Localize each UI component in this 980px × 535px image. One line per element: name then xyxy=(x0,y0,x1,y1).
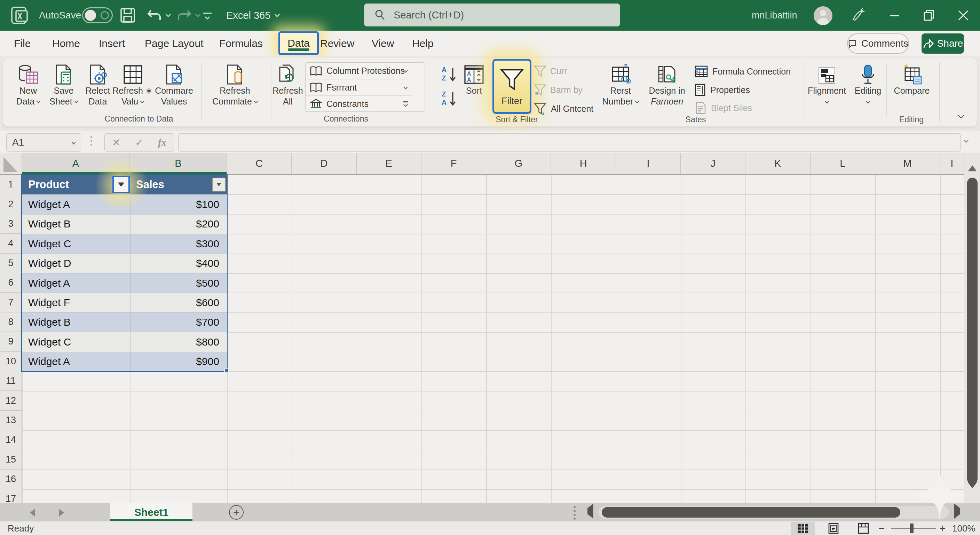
row-header-8[interactable]: 8 xyxy=(0,312,22,332)
customize-toolbar-icon[interactable] xyxy=(201,0,214,30)
autosave-toggle[interactable] xyxy=(82,7,113,23)
column-header-H[interactable]: H xyxy=(551,153,616,174)
refresh-all-button[interactable]: Refresh All xyxy=(272,61,304,107)
commare-values-button[interactable]: Commare Values xyxy=(152,61,196,107)
zoom-out-button[interactable]: − xyxy=(878,522,885,534)
filter-split-button[interactable] xyxy=(399,96,412,112)
product-cell[interactable]: Widget D xyxy=(22,254,130,273)
minimize-button[interactable] xyxy=(884,0,905,30)
design-in-farnoen-button[interactable]: Design in Farnoen xyxy=(643,61,690,107)
tab-review[interactable]: Review xyxy=(320,30,354,56)
product-filter-dropdown[interactable] xyxy=(112,176,130,193)
column-header-K[interactable]: K xyxy=(745,153,810,174)
avatar[interactable] xyxy=(814,6,832,25)
column-header-D[interactable]: D xyxy=(292,153,356,174)
share-button[interactable]: Share xyxy=(921,34,964,54)
save-icon[interactable] xyxy=(120,0,136,30)
sales-cell[interactable]: $500 xyxy=(130,273,227,292)
formula-input[interactable] xyxy=(178,133,961,152)
product-cell[interactable]: Widget B xyxy=(22,214,130,234)
undo-button[interactable] xyxy=(146,0,170,30)
rerst-number-button[interactable]: Rerst Number xyxy=(600,61,641,107)
version-menu[interactable]: Excel 365 xyxy=(226,0,279,30)
vertical-scroll-thumb[interactable] xyxy=(967,178,978,484)
product-cell[interactable]: Widget A xyxy=(22,273,130,292)
list-item-fsrrrant[interactable]: Fsrrrant xyxy=(305,79,412,96)
product-cell[interactable]: Widget C xyxy=(22,234,130,253)
save-sheet-button[interactable]: Save Sheet xyxy=(47,61,80,107)
dropdown-split-button[interactable] xyxy=(399,63,412,79)
zoom-slider-track[interactable] xyxy=(891,528,936,529)
zoom-slider-thumb[interactable] xyxy=(910,524,913,533)
row-header-10[interactable]: 10 xyxy=(0,352,22,371)
tab-home[interactable]: Home xyxy=(52,30,80,56)
column-header-B[interactable]: B xyxy=(130,153,227,174)
sort-za-button[interactable]: ZA xyxy=(441,90,459,110)
sheet-tab-sheet1[interactable]: Sheet1 xyxy=(110,503,192,521)
comments-button[interactable]: Comments xyxy=(847,34,909,54)
excel-app-icon[interactable] xyxy=(10,0,29,30)
tab-file[interactable]: File xyxy=(14,30,30,56)
name-box-dropdown-icon[interactable] xyxy=(72,140,76,144)
row-header-4[interactable]: 4 xyxy=(0,234,22,253)
tab-insert[interactable]: Insert xyxy=(99,30,125,56)
row-header-3[interactable]: 3 xyxy=(0,214,22,234)
product-cell[interactable]: Widget F xyxy=(22,293,130,312)
column-header-M[interactable]: M xyxy=(875,153,940,174)
row-header-5[interactable]: 5 xyxy=(0,254,22,273)
column-header-F[interactable]: F xyxy=(422,153,486,174)
product-cell[interactable]: Widget A xyxy=(22,352,130,371)
row-header-9[interactable]: 9 xyxy=(0,332,22,351)
select-all-corner[interactable] xyxy=(0,153,22,174)
column-header-J[interactable]: J xyxy=(681,153,745,174)
column-header-E[interactable]: E xyxy=(357,153,422,174)
sales-cell[interactable]: $600 xyxy=(130,293,227,312)
ink-pen-icon[interactable] xyxy=(851,0,866,30)
sales-filter-dropdown[interactable] xyxy=(212,178,226,192)
properties-button[interactable]: Properties xyxy=(694,83,750,96)
collapse-ribbon-button[interactable] xyxy=(959,113,963,120)
tab-formulas[interactable]: Formulas xyxy=(219,30,263,56)
page-break-view-button[interactable] xyxy=(851,522,876,535)
next-sheet-icon[interactable] xyxy=(59,509,64,517)
row-header-2[interactable]: 2 xyxy=(0,194,22,214)
row-header-13[interactable]: 13 xyxy=(0,410,22,430)
column-header-partial[interactable]: I xyxy=(940,153,964,174)
formula-bar-grip[interactable] xyxy=(91,136,92,145)
sales-cell[interactable]: $200 xyxy=(130,214,227,234)
row-header-14[interactable]: 14 xyxy=(0,430,22,450)
row-header-7[interactable]: 7 xyxy=(0,292,22,312)
restore-button[interactable] xyxy=(919,0,940,30)
product-cell[interactable]: Widget B xyxy=(22,313,130,332)
editing-dictate-button[interactable]: Editing xyxy=(851,61,884,104)
refresh-valu-button[interactable]: Refresh ∗ Valu xyxy=(115,61,151,107)
compare-button[interactable]: Compare xyxy=(889,61,934,96)
normal-view-button[interactable] xyxy=(791,522,815,535)
scroll-down-icon[interactable] xyxy=(968,488,977,495)
sales-cell[interactable]: $300 xyxy=(130,234,227,253)
row-header-15[interactable]: 15 xyxy=(0,450,22,470)
name-box[interactable]: A1 xyxy=(6,133,81,152)
sales-cell[interactable]: $800 xyxy=(130,332,227,351)
dropdown-split-button[interactable] xyxy=(399,80,412,96)
vertical-scrollbar[interactable] xyxy=(964,153,980,503)
sort-button[interactable]: AÂ Sort xyxy=(458,61,490,96)
horizontal-scrollbar[interactable] xyxy=(598,506,950,519)
product-cell[interactable]: Widget C xyxy=(22,332,130,351)
all-gntcent-button[interactable]: a All Gntcent xyxy=(533,102,593,115)
close-button[interactable] xyxy=(953,0,974,30)
column-header-L[interactable]: L xyxy=(811,153,875,174)
insert-function-icon[interactable]: fx xyxy=(158,137,166,149)
new-data-button[interactable]: New Data xyxy=(11,61,46,107)
scroll-left-icon[interactable] xyxy=(587,508,593,514)
search-input[interactable]: Search (Ctrl+D) xyxy=(364,3,620,27)
undo-dropdown-icon[interactable] xyxy=(165,11,171,17)
tab-page-layout[interactable]: Page Layout xyxy=(145,30,203,56)
sales-cell[interactable]: $700 xyxy=(130,313,227,332)
scrollbar-resize-grip[interactable] xyxy=(574,506,576,520)
row-header-17[interactable]: 17 xyxy=(0,489,22,503)
row-header-6[interactable]: 6 xyxy=(0,273,22,292)
fill-handle[interactable] xyxy=(224,369,229,373)
flignment-button[interactable]: Flignment xyxy=(807,61,847,104)
column-header-C[interactable]: C xyxy=(227,153,292,174)
